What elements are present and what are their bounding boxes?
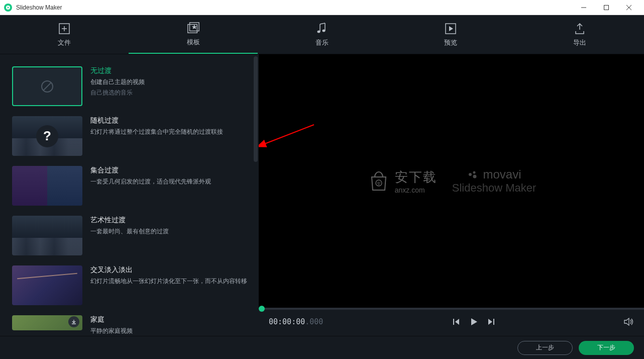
svg-point-24 [473, 175, 477, 178]
svg-line-19 [265, 125, 314, 144]
star-template-icon [187, 22, 200, 35]
progress-bar[interactable] [259, 308, 644, 310]
template-desc: 一套受几何启发的过渡，适合现代先锋派外观 [90, 177, 250, 186]
template-list-panel: 无过渡 创建自己主题的视频 自己挑选的音乐 ? 随机过渡 幻灯片将通过整个过渡集… [0, 54, 259, 336]
svg-line-17 [43, 82, 51, 91]
template-title: 集合过渡 [90, 166, 250, 175]
question-mark-icon: ? [36, 125, 58, 147]
progress-handle[interactable] [259, 306, 265, 312]
svg-marker-27 [471, 318, 477, 325]
tab-music[interactable]: 音乐 [258, 15, 386, 54]
volume-button[interactable] [624, 317, 634, 326]
wizard-footer: 上一步 下一步 [0, 336, 644, 359]
template-item-random[interactable]: ? 随机过渡 幻灯片将通过整个过渡集合中完全随机的过渡联接 [12, 116, 250, 156]
svg-rect-29 [493, 319, 494, 325]
template-item-no-transition[interactable]: 无过渡 创建自己主题的视频 自己挑选的音乐 [12, 66, 250, 106]
template-desc: 创建自己主题的视频 [90, 77, 250, 86]
svg-point-22 [469, 173, 472, 176]
bag-icon: 安 [367, 169, 391, 193]
tab-export[interactable]: 导出 [515, 15, 644, 54]
template-item-crossfade[interactable]: 交叉淡入淡出 幻灯片流畅地从一张幻灯片淡化至下一张，而不从内容转移 [12, 265, 250, 305]
svg-marker-15 [449, 26, 453, 31]
template-title: 随机过渡 [90, 116, 250, 125]
template-item-family[interactable]: 家庭 平静的家庭视频 [12, 315, 250, 335]
template-sub: 自己挑选的音乐 [90, 88, 250, 97]
svg-text:安: 安 [377, 182, 381, 186]
play-button[interactable] [469, 317, 478, 326]
player-controls: 00:00:00.000 [259, 308, 644, 336]
movavi-logo-icon [467, 168, 479, 181]
window-titlebar: Slideshow Maker [0, 0, 644, 15]
scrollbar[interactable] [254, 56, 258, 162]
template-desc: 幻灯片将通过整个过渡集合中完全随机的过渡联接 [90, 127, 250, 136]
template-title: 艺术性过渡 [90, 216, 250, 225]
brand-name: movavi [483, 167, 521, 182]
download-icon [68, 316, 79, 327]
prev-frame-button[interactable] [452, 318, 460, 326]
tab-template[interactable]: 模板 [129, 15, 257, 54]
prohibit-icon [40, 79, 54, 94]
template-thumbnail: ? [12, 116, 82, 156]
next-step-button[interactable]: 下一步 [579, 341, 634, 355]
template-title: 交叉淡入淡出 [90, 265, 250, 275]
svg-marker-11 [191, 24, 196, 29]
timecode: 00:00:00.000 [269, 317, 323, 326]
template-item-artistic[interactable]: 艺术性过渡 一套最时尚、最有创意的过渡 [12, 216, 250, 255]
tab-label: 文件 [58, 38, 71, 47]
svg-rect-3 [604, 5, 608, 10]
svg-marker-26 [455, 319, 459, 325]
svg-point-23 [473, 171, 476, 174]
svg-marker-28 [488, 319, 492, 325]
template-desc: 平静的家庭视频 [90, 326, 250, 335]
minimize-button[interactable] [572, 0, 595, 15]
annotation-arrow [259, 120, 319, 150]
video-preview: 安 安下载 anxz.com movavi Slideshow Maker [259, 54, 644, 308]
template-title: 家庭 [90, 315, 250, 324]
play-preview-icon [444, 22, 457, 35]
export-icon [573, 22, 586, 35]
watermark-anxz: 安 安下载 anxz.com [367, 168, 437, 194]
tab-label: 模板 [187, 38, 200, 47]
svg-rect-25 [453, 319, 454, 325]
window-title: Slideshow Maker [16, 4, 572, 11]
tab-file[interactable]: 文件 [0, 15, 129, 54]
watermark-movavi: movavi Slideshow Maker [452, 167, 536, 195]
template-thumbnail [12, 66, 82, 106]
plus-file-icon [58, 22, 71, 35]
music-note-icon [315, 22, 329, 35]
tab-label: 导出 [573, 38, 586, 47]
app-icon [4, 4, 12, 12]
prev-step-button[interactable]: 上一步 [517, 341, 573, 355]
maximize-button[interactable] [595, 0, 617, 15]
svg-point-12 [317, 30, 320, 33]
template-desc: 幻灯片流畅地从一张幻灯片淡化至下一张，而不从内容转移 [90, 277, 250, 286]
watermark-url: anxz.com [395, 186, 437, 194]
template-title: 无过渡 [90, 66, 250, 75]
preview-panel: 安 安下载 anxz.com movavi Slideshow Maker [259, 54, 644, 336]
next-frame-button[interactable] [487, 318, 495, 326]
watermark-text: 安下载 [395, 168, 437, 186]
wizard-tabs: 文件 模板 音乐 预览 导出 [0, 15, 644, 54]
tab-label: 音乐 [315, 38, 329, 47]
product-name: Slideshow Maker [452, 182, 536, 195]
template-thumbnail [12, 216, 82, 255]
template-thumbnail [12, 166, 82, 206]
template-item-collection[interactable]: 集合过渡 一套受几何启发的过渡，适合现代先锋派外观 [12, 166, 250, 206]
tab-label: 预览 [444, 38, 457, 47]
svg-point-13 [323, 29, 326, 32]
close-button[interactable] [617, 0, 640, 15]
template-thumbnail [12, 265, 82, 305]
template-desc: 一套最时尚、最有创意的过渡 [90, 227, 250, 236]
template-thumbnail [12, 315, 82, 330]
tab-preview[interactable]: 预览 [386, 15, 515, 54]
svg-marker-30 [624, 318, 629, 325]
